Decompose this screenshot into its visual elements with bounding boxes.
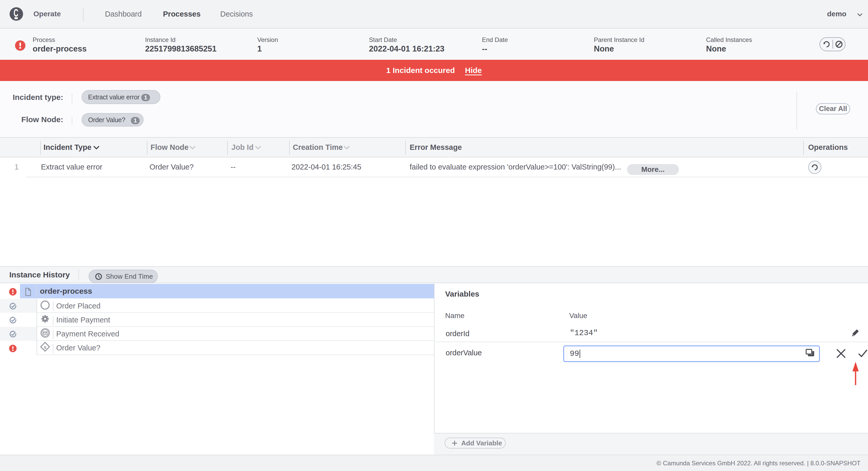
svg-text:x: x xyxy=(44,344,46,350)
svg-text:C: C xyxy=(13,7,18,19)
